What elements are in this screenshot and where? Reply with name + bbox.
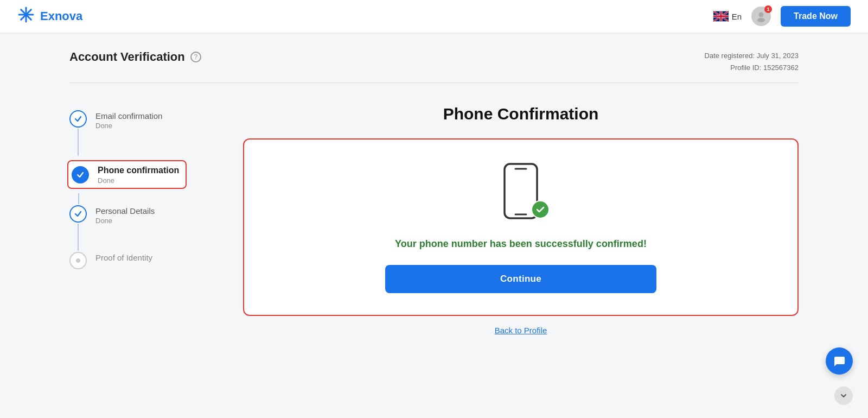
step-title-personal: Personal Details [95,206,155,216]
svg-point-5 [759,12,764,17]
svg-point-6 [757,18,765,22]
stepper: Email confirmation Done [69,105,200,269]
profile-id-label: Profile ID: [730,64,761,72]
nav-arrow-button[interactable] [834,387,853,405]
step-circle-personal [69,205,87,223]
section-divider [69,83,799,83]
step-label-personal: Personal Details Done [95,205,155,225]
success-message: Your phone number has been successfully … [395,238,647,250]
date-registered: Date registered: July 31, 2023 [705,50,799,62]
logo-icon [17,6,35,27]
step-label-email: Email confirmation Done [95,110,162,130]
step-item-personal: Personal Details Done [69,205,200,252]
phone-icon-area [496,161,545,223]
page-title: Account Verification [69,50,185,64]
step-label-identity: Proof of Identity [95,252,152,262]
page-header: Account Verification ? Date registered: … [69,50,799,74]
panel-title: Phone Confirmation [243,105,799,123]
step-status-personal: Done [95,217,155,225]
step-label-phone: Phone confirmation Done [98,164,179,185]
logo-area: Exnova [17,6,82,27]
main-panel: Phone Confirmation You [243,105,799,335]
back-link-area: Back to Profile [243,326,799,335]
language-label: En [732,12,742,21]
chat-bubble-button[interactable] [826,347,853,375]
step-connector-personal [69,205,87,252]
step-line-1 [78,129,79,156]
green-check-badge [531,200,550,219]
profile-id: Profile ID: 152567362 [705,62,799,74]
step-status-email: Done [95,122,162,130]
profile-info: Date registered: July 31, 2023 Profile I… [705,50,799,74]
step-active-phone-box: Phone confirmation Done [67,160,187,189]
step-circle-email [69,110,87,128]
uk-flag-icon [713,11,729,22]
confirmation-box: Your phone number has been successfully … [243,138,799,316]
profile-id-value: 152567362 [763,64,799,72]
step-title-identity: Proof of Identity [95,253,152,262]
language-selector[interactable]: En [713,11,742,22]
step-title-email: Email confirmation [95,111,162,121]
step-status-phone: Done [98,176,179,185]
step-row-phone: Phone confirmation Done [69,157,200,192]
step-item-identity: Proof of Identity [69,252,200,269]
step-item-email: Email confirmation Done [69,110,200,157]
date-registered-label: Date registered: [705,52,755,60]
back-to-profile-link[interactable]: Back to Profile [495,326,547,335]
step-circle-identity [69,252,87,269]
step-connector-email [69,110,87,157]
notification-badge: 1 [764,5,772,13]
logo-text: Exnova [40,9,82,23]
trade-now-button[interactable]: Trade Now [781,6,851,27]
step-connector-phone-inner [72,166,89,183]
step-line-3 [78,224,79,251]
header: Exnova En 1 Trade Now [0,0,868,33]
step-connector-identity [69,252,87,269]
header-right: En 1 Trade Now [713,6,851,27]
continue-button[interactable]: Continue [385,265,656,293]
step-title-phone: Phone confirmation [98,166,179,175]
content-layout: Email confirmation Done [69,105,799,335]
date-registered-value: July 31, 2023 [757,52,799,60]
page-title-area: Account Verification ? [69,50,201,64]
help-icon[interactable]: ? [190,52,201,62]
step-circle-phone [72,166,89,183]
step-line-connector-2 [78,192,200,205]
avatar-area[interactable]: 1 [751,7,771,26]
main-content: Account Verification ? Date registered: … [43,33,825,353]
